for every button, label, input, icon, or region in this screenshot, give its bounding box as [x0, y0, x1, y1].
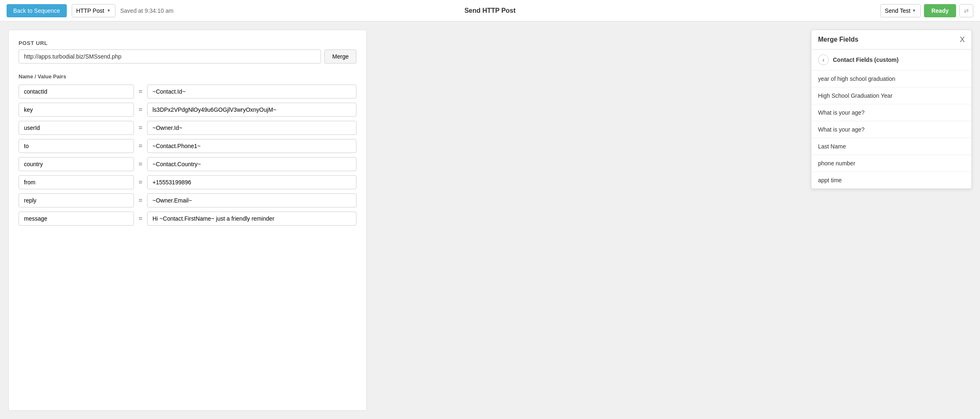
send-test-button[interactable]: Send Test ▼	[880, 4, 921, 17]
back-to-sequence-button[interactable]: Back to Sequence	[7, 4, 67, 17]
ready-button[interactable]: Ready	[924, 4, 956, 17]
equals-sign: =	[137, 88, 144, 95]
equals-sign: =	[137, 124, 144, 132]
pair-value-input-1[interactable]	[147, 103, 356, 117]
pair-key-input-0[interactable]	[19, 85, 134, 99]
pairs-container: ========	[19, 85, 356, 226]
pair-key-input-1[interactable]	[19, 103, 134, 117]
merge-button[interactable]: Merge	[324, 49, 356, 64]
send-test-dropdown-arrow-icon: ▼	[912, 8, 916, 13]
list-item[interactable]: year of high school graduation	[811, 71, 971, 87]
main-content: POST URL Merge Name / Value Pairs ======…	[0, 21, 980, 419]
pair-key-input-3[interactable]	[19, 139, 134, 153]
pair-value-input-5[interactable]	[147, 175, 356, 189]
merge-fields-close-button[interactable]: X	[960, 36, 965, 43]
table-row: =	[19, 212, 356, 226]
chevron-left-icon: ‹	[823, 56, 825, 63]
equals-sign: =	[137, 215, 144, 222]
table-row: =	[19, 175, 356, 189]
form-panel: POST URL Merge Name / Value Pairs ======…	[8, 30, 367, 411]
table-row: =	[19, 85, 356, 99]
equals-sign: =	[137, 142, 144, 150]
merge-fields-panel: Merge Fields X ‹ Contact Fields (custom)…	[811, 30, 972, 189]
pair-value-input-7[interactable]	[147, 212, 356, 226]
pair-key-input-5[interactable]	[19, 175, 134, 189]
table-row: =	[19, 103, 356, 117]
post-url-input[interactable]	[19, 49, 321, 64]
merge-fields-subheader: ‹ Contact Fields (custom)	[811, 49, 971, 71]
pair-key-input-2[interactable]	[19, 121, 134, 135]
pairs-label: Name / Value Pairs	[19, 73, 356, 80]
send-test-label: Send Test	[885, 7, 910, 14]
merge-fields-header: Merge Fields X	[811, 30, 971, 49]
table-row: =	[19, 193, 356, 207]
merge-fields-back-button[interactable]: ‹	[818, 54, 829, 65]
http-post-label: HTTP Post	[76, 7, 104, 14]
http-post-dropdown[interactable]: HTTP Post ▼	[72, 4, 115, 17]
pair-value-input-4[interactable]	[147, 157, 356, 171]
merge-fields-subheader-label: Contact Fields (custom)	[833, 56, 898, 63]
list-item[interactable]: What is your age?	[811, 104, 971, 121]
pair-key-input-4[interactable]	[19, 157, 134, 171]
pair-value-input-3[interactable]	[147, 139, 356, 153]
list-item[interactable]: What is your age?	[811, 121, 971, 138]
pair-value-input-0[interactable]	[147, 85, 356, 99]
table-row: =	[19, 157, 356, 171]
dropdown-arrow-icon: ▼	[107, 8, 111, 13]
navigate-arrows-button[interactable]: ⇄	[959, 4, 973, 17]
pair-key-input-6[interactable]	[19, 193, 134, 207]
merge-fields-list: year of high school graduationHigh Schoo…	[811, 71, 971, 188]
pair-key-input-7[interactable]	[19, 212, 134, 226]
equals-sign: =	[137, 106, 144, 113]
equals-sign: =	[137, 179, 144, 186]
list-item[interactable]: Last Name	[811, 138, 971, 155]
url-row: Merge	[19, 49, 356, 64]
pair-value-input-2[interactable]	[147, 121, 356, 135]
toolbar: Back to Sequence HTTP Post ▼ Saved at 9:…	[0, 0, 980, 21]
equals-sign: =	[137, 160, 144, 168]
list-item[interactable]: appt time	[811, 172, 971, 188]
list-item[interactable]: phone number	[811, 155, 971, 172]
page-title: Send HTTP Post	[464, 7, 516, 14]
equals-sign: =	[137, 197, 144, 204]
pair-value-input-6[interactable]	[147, 193, 356, 207]
table-row: =	[19, 121, 356, 135]
list-item[interactable]: High School Graduation Year	[811, 87, 971, 104]
toolbar-right: Send Test ▼ Ready ⇄	[880, 4, 973, 17]
table-row: =	[19, 139, 356, 153]
merge-fields-title: Merge Fields	[818, 36, 858, 43]
post-url-label: POST URL	[19, 40, 356, 46]
